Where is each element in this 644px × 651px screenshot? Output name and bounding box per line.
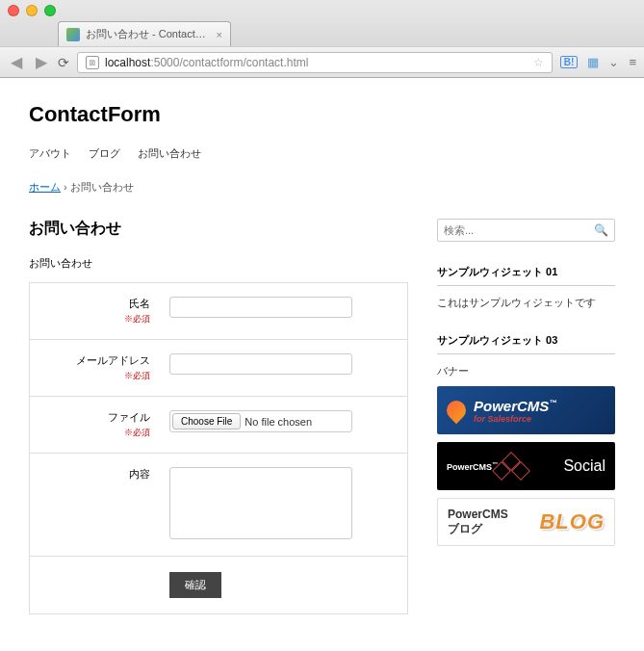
- menu-icon[interactable]: ≡: [629, 55, 636, 69]
- search-input[interactable]: [444, 224, 594, 236]
- email-input[interactable]: [169, 353, 352, 375]
- hatena-bookmark-icon[interactable]: B!: [560, 56, 579, 68]
- search-icon[interactable]: 🔍: [594, 223, 608, 237]
- main-column: お問い合わせ お問い合わせ 氏名 ※必須 メールアドレス ※必須: [29, 219, 408, 614]
- banner-social[interactable]: PowerCMS™ Social: [437, 442, 615, 490]
- nav-about[interactable]: アバウト: [29, 146, 71, 161]
- required-badge: ※必須: [39, 370, 150, 382]
- submit-button[interactable]: 確認: [169, 572, 221, 598]
- banner-salesforce[interactable]: PowerCMS™ for Salesforce: [437, 386, 615, 434]
- banner-3-right: BLOG: [539, 509, 605, 534]
- url-host: localhost: [105, 56, 150, 69]
- close-icon[interactable]: ×: [217, 29, 222, 40]
- required-badge: ※必須: [39, 313, 150, 326]
- bookmark-star-icon[interactable]: ☆: [533, 56, 544, 69]
- reload-button[interactable]: ⟳: [58, 55, 69, 70]
- label-file: ファイル: [108, 411, 150, 423]
- contact-form: 氏名 ※必須 メールアドレス ※必須: [29, 282, 408, 614]
- window-zoom[interactable]: [44, 5, 56, 16]
- label-name: 氏名: [129, 298, 150, 309]
- url-field[interactable]: 🗎 localhost:5000/contactform/contact.htm…: [77, 52, 553, 73]
- window-close[interactable]: [8, 5, 19, 16]
- back-button[interactable]: ◀: [8, 53, 25, 71]
- widget-03-title: サンプルウィジェット 03: [437, 333, 615, 354]
- sidebar: 🔍 サンプルウィジェット 01 これはサンプルウィジェットです サンプルウィジェ…: [437, 219, 615, 614]
- widget-01-title: サンプルウィジェット 01: [437, 265, 615, 286]
- breadcrumb: ホーム › お問い合わせ: [29, 180, 615, 195]
- breadcrumb-home[interactable]: ホーム: [29, 181, 61, 193]
- file-status: No file chosen: [245, 416, 312, 428]
- required-badge: ※必須: [39, 427, 150, 439]
- browser-chrome: お問い合わせ - ContactForm × ◀ ▶ ⟳ 🗎 localhost…: [0, 0, 644, 78]
- banner-1-sub: for Salesforce: [474, 414, 556, 424]
- label-email: メールアドレス: [76, 354, 150, 366]
- page-icon: 🗎: [86, 56, 99, 69]
- banner-1-title: PowerCMS™: [474, 398, 556, 414]
- rocket-icon: [443, 397, 470, 424]
- label-content: 内容: [129, 468, 150, 480]
- breadcrumb-separator: ›: [64, 181, 67, 193]
- page-heading: お問い合わせ: [29, 219, 408, 239]
- widget-03: サンプルウィジェット 03 バナー PowerCMS™ for Salesfor…: [437, 333, 615, 546]
- pocket-icon[interactable]: ⌄: [608, 55, 619, 69]
- favicon-icon: [66, 28, 80, 41]
- nav-contact[interactable]: お問い合わせ: [138, 146, 201, 161]
- nav-blog[interactable]: ブログ: [89, 146, 120, 161]
- site-title: ContactForm: [29, 102, 615, 127]
- breadcrumb-current: お問い合わせ: [70, 181, 134, 193]
- banner-2-right: Social: [563, 457, 605, 475]
- network-icon: [490, 447, 528, 485]
- tab-title: お問い合わせ - ContactForm: [86, 27, 211, 41]
- url-path: :5000/contactform/contact.html: [150, 56, 308, 69]
- banner-blog[interactable]: PowerCMS ブログ BLOG: [437, 498, 615, 546]
- content-textarea[interactable]: [169, 467, 352, 539]
- extension-icon[interactable]: ▦: [587, 55, 599, 69]
- browser-tab[interactable]: お問い合わせ - ContactForm ×: [58, 21, 231, 46]
- forward-button[interactable]: ▶: [33, 53, 50, 71]
- search-box[interactable]: 🔍: [437, 219, 615, 242]
- page-content: ContactForm アバウト ブログ お問い合わせ ホーム › お問い合わせ…: [0, 78, 644, 651]
- name-input[interactable]: [169, 297, 352, 318]
- banner-3-left: PowerCMS ブログ: [448, 508, 508, 537]
- widget-01-body: これはサンプルウィジェットです: [437, 296, 615, 310]
- choose-file-button[interactable]: Choose File: [172, 413, 241, 430]
- widget-03-body: バナー: [437, 364, 615, 378]
- window-minimize[interactable]: [26, 5, 38, 16]
- top-nav: アバウト ブログ お問い合わせ: [29, 146, 615, 161]
- page-subtext: お問い合わせ: [29, 256, 408, 271]
- widget-01: サンプルウィジェット 01 これはサンプルウィジェットです: [437, 265, 615, 310]
